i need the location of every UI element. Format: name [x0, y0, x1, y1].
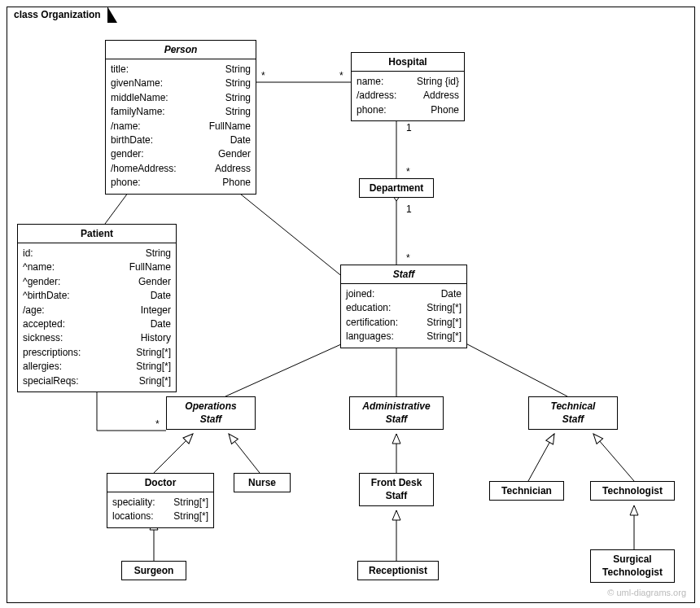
class-patient: Patient id:String ^name:FullName ^gender… — [17, 224, 177, 392]
svg-line-9 — [229, 434, 260, 473]
svg-line-11 — [528, 434, 554, 481]
mult-person-hospital-r: * — [339, 70, 343, 81]
diagram-frame: class Organization * * 1 * 1 * — [7, 7, 695, 603]
mult-hosp-dept-bot: * — [406, 166, 410, 177]
svg-line-5 — [225, 337, 357, 396]
class-surgical-technologist: SurgicalTechnologist — [590, 549, 675, 583]
mult-dept-staff-top: 1 — [406, 203, 412, 215]
class-ops-staff: OperationsStaff — [166, 396, 256, 430]
class-technologist: Technologist — [590, 481, 675, 501]
class-person: Person title:String givenName:String mid… — [105, 40, 256, 195]
frame-title-tab: class Organization — [7, 7, 108, 22]
mult-hosp-dept-top: 1 — [406, 122, 412, 133]
class-admin-staff: AdministrativeStaff — [349, 396, 444, 430]
class-tech-staff: TechnicalStaff — [528, 396, 618, 430]
svg-line-12 — [593, 434, 634, 481]
svg-line-4 — [223, 180, 348, 281]
class-department: Department — [359, 178, 434, 198]
class-technician: Technician — [489, 481, 564, 501]
svg-line-7 — [453, 337, 567, 396]
mult-person-hospital-l: * — [261, 70, 265, 81]
mult-dept-staff-bot: * — [406, 252, 410, 264]
class-staff: Staff joined:Date education:String[*] ce… — [340, 265, 467, 348]
svg-line-8 — [154, 434, 193, 473]
class-surgeon: Surgeon — [121, 561, 186, 580]
class-nurse: Nurse — [234, 473, 291, 492]
class-title: Person — [106, 41, 256, 59]
mult-pat-ops-r: * — [155, 418, 160, 430]
attrs: title:String givenName:String middleName… — [106, 59, 256, 194]
class-title: Hospital — [352, 53, 464, 72]
watermark: © uml-diagrams.org — [607, 588, 686, 597]
class-receptionist: Receptionist — [357, 561, 439, 580]
class-front-desk: Front DeskStaff — [359, 473, 434, 506]
class-doctor: Doctor speciality:String[*] locations:St… — [107, 473, 214, 528]
class-hospital: Hospital name:String {id} /address:Addre… — [351, 52, 465, 121]
frame-title: class Organization — [14, 9, 101, 20]
